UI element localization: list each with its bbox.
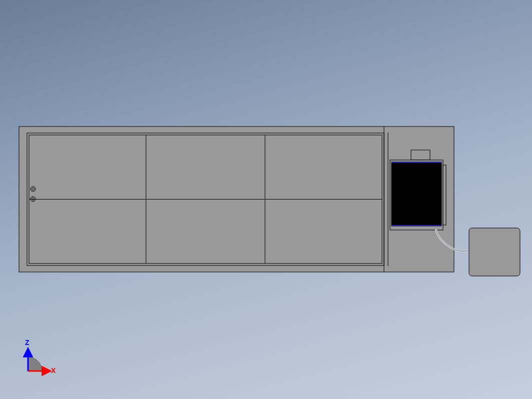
svg-rect-13 bbox=[392, 162, 442, 226]
triad-origin bbox=[28, 357, 42, 371]
svg-rect-14 bbox=[392, 162, 442, 163]
gateway-box bbox=[469, 228, 520, 276]
z-axis-label: Z bbox=[25, 338, 30, 346]
cad-viewport[interactable]: X Z bbox=[0, 0, 532, 399]
x-axis-label: X bbox=[51, 366, 56, 374]
orientation-triad[interactable]: X Z bbox=[25, 338, 56, 374]
svg-rect-11 bbox=[411, 150, 430, 160]
model-render: X Z bbox=[0, 0, 532, 399]
display-unit bbox=[390, 150, 446, 230]
svg-rect-16 bbox=[443, 165, 446, 225]
svg-rect-15 bbox=[392, 225, 442, 226]
